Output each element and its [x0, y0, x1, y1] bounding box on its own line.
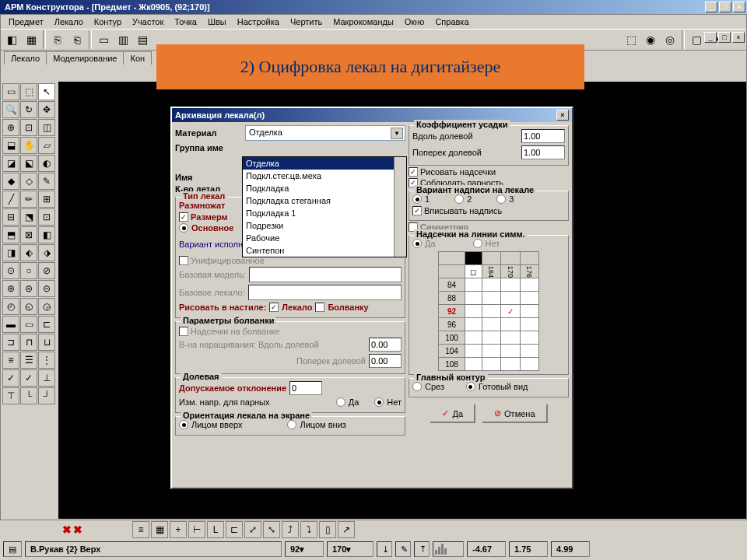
tb-6[interactable]: ▥ [114, 30, 132, 49]
bt-2[interactable]: ▦ [151, 521, 168, 538]
tool-ac[interactable]: ◵ [20, 298, 37, 315]
menu-lekalo[interactable]: Лекало [50, 16, 88, 28]
tool-c[interactable]: ⊡ [20, 119, 37, 136]
stat-ic1[interactable]: ⤓ [377, 541, 392, 557]
bt-7[interactable]: ⤢ [244, 521, 261, 538]
cell-84-1[interactable] [482, 278, 500, 292]
tb-7[interactable]: ▤ [133, 30, 152, 49]
tool-q[interactable]: ⬒ [2, 226, 19, 243]
tool-w[interactable]: ⊙ [2, 262, 19, 279]
dropdown-scrollbar[interactable] [394, 157, 406, 257]
stat-v1[interactable]: 92 ▾ [285, 541, 324, 557]
cell-108-1[interactable] [482, 358, 500, 371]
tool-ao[interactable]: ✓ [20, 369, 37, 387]
tool-a[interactable]: ✥ [38, 101, 55, 118]
tb-3[interactable]: ⎘ [48, 30, 67, 49]
stat-ic3[interactable]: ⤒ [414, 541, 430, 557]
dd-otdelka[interactable]: Отделка [243, 157, 406, 170]
cell-88-2[interactable] [501, 292, 520, 305]
cell-100-3[interactable] [520, 331, 539, 345]
tool-ap[interactable]: ⊥ [38, 369, 55, 387]
dd-podkladka1[interactable]: Подкладка 1 [243, 207, 406, 219]
radio-izm-da[interactable] [336, 397, 345, 407]
radio-srez[interactable] [412, 382, 422, 391]
bt-5[interactable]: L [207, 521, 224, 538]
tool-aj[interactable]: ⊔ [38, 334, 55, 351]
tool-ae[interactable]: ▬ [2, 316, 19, 333]
tb-1[interactable]: ◧ [2, 30, 21, 49]
tool-v[interactable]: ⬗ [38, 244, 55, 261]
radio-osnovnoe[interactable] [179, 223, 188, 233]
tool-hand[interactable]: ✋ [20, 137, 37, 154]
tb-r1[interactable]: ⬚ [622, 30, 640, 49]
dd-sintepon[interactable]: Синтепон [243, 244, 406, 257]
stat-v2[interactable]: 170 ▾ [327, 541, 374, 557]
bt-4[interactable]: ⊢ [188, 521, 205, 538]
lekalo-check[interactable]: ✓ [269, 303, 279, 312]
tool-aa[interactable]: ⊝ [38, 280, 55, 297]
tool-y[interactable]: ⊛ [2, 280, 19, 297]
tb-5[interactable]: ▭ [94, 30, 113, 49]
tb-r4[interactable]: ▢ [687, 30, 706, 49]
close-button[interactable]: × [733, 2, 745, 12]
tool-z[interactable]: ⊜ [20, 280, 37, 297]
cell-100-0[interactable] [465, 331, 482, 345]
cell-108-3[interactable] [520, 358, 539, 371]
ris-nad-check[interactable]: ✓ [409, 167, 418, 177]
mdi-max[interactable]: □ [718, 32, 731, 43]
tool-arrow[interactable]: ↖ [38, 83, 55, 100]
tool-d[interactable]: ◫ [38, 119, 55, 136]
tool-ad[interactable]: ◶ [38, 298, 55, 315]
dd-podkladka-steg[interactable]: Подкладка стеганная [243, 194, 406, 207]
menu-nastroika[interactable]: Настройка [233, 16, 284, 28]
dopusk-input[interactable] [289, 381, 322, 395]
red-x-2[interactable]: ✖ [73, 523, 82, 536]
tool-s[interactable]: ◧ [38, 226, 55, 243]
tool-ah[interactable]: ⊐ [2, 334, 19, 351]
tool-ag[interactable]: ⊏ [38, 316, 55, 333]
tool-as[interactable]: ┘ [38, 387, 55, 404]
cell-104-1[interactable] [482, 345, 500, 358]
radio-var3[interactable] [496, 194, 506, 204]
coeff-v-input[interactable] [521, 129, 565, 143]
tool-x[interactable]: ⊘ [38, 262, 55, 279]
tb-4[interactable]: ⎗ [68, 30, 86, 49]
cell-96-1[interactable] [482, 318, 500, 331]
tool-sel[interactable]: ⬚ [20, 83, 37, 100]
tab-kon[interactable]: Кон [123, 51, 152, 65]
stat-ic2[interactable]: ✎ [395, 541, 411, 557]
tool-am[interactable]: ⋮ [38, 352, 55, 369]
dd-podkladka[interactable]: Подкладка [243, 182, 406, 194]
cell-84-2[interactable] [501, 278, 520, 292]
dd-rabochie[interactable]: Рабочие [243, 232, 406, 244]
cell-104-0[interactable] [465, 345, 482, 358]
tool-e[interactable]: ⬓ [2, 137, 19, 154]
coeff-p-input[interactable] [521, 145, 565, 159]
tool-rect[interactable]: ▭ [2, 83, 19, 100]
bt-1[interactable]: ≡ [132, 521, 149, 538]
tool-g[interactable]: ◪ [2, 155, 19, 172]
bt-8[interactable]: ⤡ [263, 521, 280, 538]
grid-hdr-icon[interactable]: ◼ [465, 252, 482, 265]
cell-88-1[interactable] [482, 292, 500, 305]
tool-an[interactable]: ✓ [2, 369, 19, 387]
bt-6[interactable]: ⊏ [226, 521, 243, 538]
tool-i[interactable]: ◐ [38, 155, 55, 172]
radio-izm-net[interactable] [374, 397, 384, 407]
radio-licom-up[interactable] [179, 420, 188, 429]
radio-gotov[interactable] [466, 382, 475, 391]
tool-zoom[interactable]: 🔍 [2, 101, 19, 118]
cell-92-1[interactable] [482, 305, 500, 318]
cell-92-2[interactable]: ✓ [501, 305, 520, 318]
red-x-1[interactable]: ✖ [62, 523, 72, 536]
menu-chertit[interactable]: Чертить [286, 16, 327, 28]
cell-96-3[interactable] [520, 318, 539, 331]
tool-ak[interactable]: ≡ [2, 352, 19, 369]
vpis-check[interactable]: ✓ [412, 206, 422, 215]
menu-makro[interactable]: Макрокоманды [328, 16, 398, 28]
cell-88-3[interactable] [520, 292, 539, 305]
tool-u[interactable]: ⬖ [20, 244, 37, 261]
tool-l[interactable]: ╱ [2, 191, 19, 208]
menu-spravka[interactable]: Справка [430, 16, 473, 28]
tool-j[interactable]: ◆ [2, 173, 19, 190]
